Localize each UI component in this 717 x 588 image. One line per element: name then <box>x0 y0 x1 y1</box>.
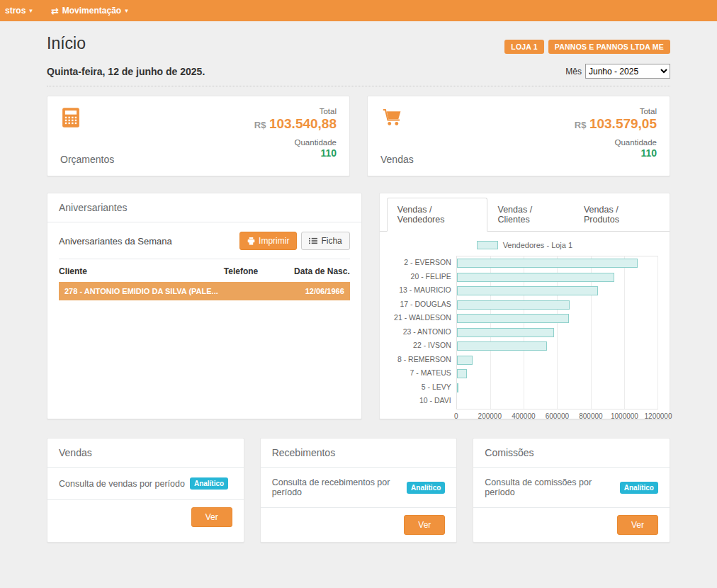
chart-category-label: 7 - MATEUS <box>391 366 456 380</box>
analitico-badge: Analítico <box>620 482 658 494</box>
report-description: Consulta de recebimentos por período <box>272 477 402 497</box>
orcamentos-total-value: 103.540,88 <box>269 116 337 131</box>
chart-category-label: 20 - FELIPE <box>391 270 456 284</box>
chart-category-label: 22 - IVSON <box>391 339 456 353</box>
ficha-label: Ficha <box>321 236 341 246</box>
exchange-icon: ⇄ <box>51 6 59 16</box>
orcamentos-title: Orçamentos <box>60 154 114 165</box>
header-badges: LOJA 1 PANNOS E PANNOS LTDA ME <box>504 40 670 54</box>
birthday-table-header: Cliente Telefone Data de Nasc. <box>59 259 350 282</box>
chart-bar <box>457 341 547 351</box>
chart-x-tick-label: 600000 <box>546 412 569 420</box>
chart-x-tick-label: 1200000 <box>645 412 672 420</box>
chart-x-tick-label: 1000000 <box>611 412 638 420</box>
chart-y-labels: 2 - EVERSON20 - FELIPE13 - MAURICIO17 - … <box>391 256 456 409</box>
currency-symbol: R$ <box>254 120 266 130</box>
chart-bar-row <box>457 367 657 381</box>
current-date: Quinta-feira, 12 de junho de 2025. <box>47 66 205 77</box>
tab-vendas-vendedores[interactable]: Vendas / Vendedores <box>387 198 487 232</box>
chart-bar-row <box>457 312 657 326</box>
quantity-label: Quantidade <box>575 138 657 147</box>
imprimir-button[interactable]: Imprimir <box>239 232 297 250</box>
sales-chart-card: Vendas / Vendedores Vendas / Clientes Ve… <box>379 193 670 419</box>
report-card-comissoes: Comissões Consulta de comissões por perí… <box>473 438 670 543</box>
company-badge[interactable]: PANNOS E PANNOS LTDA ME <box>548 40 670 54</box>
calculator-icon <box>60 107 81 128</box>
report-card-vendas: Vendas Consulta de vendas por período An… <box>47 438 244 543</box>
chart-plot <box>456 256 658 409</box>
currency-symbol: R$ <box>575 120 587 130</box>
ficha-button[interactable]: Ficha <box>301 232 349 250</box>
aniversariantes-card: Aniversariantes Aniversariantes da Seman… <box>47 193 362 419</box>
chart-category-label: 5 - LEVY <box>391 380 456 395</box>
vendas-total-value: 103.579,05 <box>589 116 657 131</box>
chart-category-label: 21 - WALDESON <box>391 311 456 325</box>
chart-bar-row <box>457 298 657 312</box>
vendas-summary-card: Vendas Total R$ 103.579,05 Quantidade 11… <box>367 96 670 176</box>
month-picker: Mês Junho - 2025 <box>565 64 670 79</box>
main-content: Início LOJA 1 PANNOS E PANNOS LTDA ME Qu… <box>47 21 670 543</box>
ver-button-comissoes[interactable]: Ver <box>617 515 658 535</box>
tab-vendas-produtos[interactable]: Vendas / Produtos <box>573 198 662 232</box>
orcamentos-quantity-value: 110 <box>254 147 337 159</box>
col-telefone: Telefone <box>224 266 279 276</box>
legend-swatch <box>477 241 498 249</box>
birthday-table-row[interactable]: 278 - ANTONIO EMIDIO DA SILVA (PALE... 1… <box>59 282 350 300</box>
chart-bar <box>457 273 614 282</box>
vendas-title: Vendas <box>380 154 414 165</box>
report-title: Comissões <box>473 439 670 468</box>
tab-vendas-clientes[interactable]: Vendas / Clientes <box>487 198 573 232</box>
nav-menu-movimentacao[interactable]: ⇄ Movimentação ▾ <box>42 0 137 21</box>
nav-menu-movimentacao-label: Movimentação <box>62 6 121 16</box>
chart-category-label: 8 - REMERSON <box>391 353 456 367</box>
chart-category-label: 2 - EVERSON <box>391 256 456 270</box>
report-description: Consulta de vendas por período <box>59 479 185 489</box>
printer-icon <box>247 237 255 245</box>
chart-bar-row <box>457 271 657 285</box>
caret-down-icon: ▾ <box>29 7 33 14</box>
chart-category-label: 13 - MAURICIO <box>391 283 456 298</box>
top-navbar: stros ▾ ⇄ Movimentação ▾ <box>0 0 717 21</box>
imprimir-label: Imprimir <box>259 236 289 246</box>
report-card-recebimentos: Recebimentos Consulta de recebimentos po… <box>260 438 458 543</box>
analitico-badge: Analítico <box>407 482 445 494</box>
birthday-nascimento: 12/06/1966 <box>273 287 344 295</box>
caret-down-icon: ▾ <box>125 7 128 14</box>
chart-bar <box>457 328 554 337</box>
chart-category-label: 10 - DAVI <box>391 394 456 408</box>
chart-gridline <box>657 256 658 409</box>
aniversariantes-subtitle: Aniversariantes da Semana <box>59 236 172 247</box>
month-select[interactable]: Junho - 2025 <box>585 64 670 79</box>
report-title: Recebimentos <box>261 439 457 468</box>
report-description: Consulta de comissões por período <box>485 477 614 497</box>
vendas-quantity-value: 110 <box>575 147 657 159</box>
nav-menu-cadastros[interactable]: stros ▾ <box>0 0 42 21</box>
aniversariantes-heading: Aniversariantes <box>47 193 361 222</box>
chart-x-axis: 020000040000060000080000010000001200000 <box>456 409 658 421</box>
chart-bar-row <box>457 339 657 354</box>
month-label: Mês <box>565 67 582 77</box>
page-title: Início <box>47 34 86 53</box>
ver-button-vendas[interactable]: Ver <box>191 507 232 527</box>
chart-category-label: 17 - DOUGLAS <box>391 298 456 312</box>
quantity-label: Quantidade <box>254 138 337 147</box>
chart-legend: Vendedores - Loja 1 <box>391 241 658 249</box>
chart-x-tick-label: 200000 <box>478 412 502 420</box>
total-label: Total <box>254 107 337 115</box>
sales-tabs: Vendas / Vendedores Vendas / Clientes Ve… <box>380 193 670 232</box>
col-data-nasc: Data de Nasc. <box>279 266 350 276</box>
store-badge[interactable]: LOJA 1 <box>504 40 544 54</box>
ver-button-recebimentos[interactable]: Ver <box>404 515 445 535</box>
report-title: Vendas <box>47 439 244 468</box>
chart-bar-row <box>457 284 657 298</box>
list-icon <box>309 237 317 244</box>
analitico-badge: Analítico <box>190 477 228 490</box>
chart-x-tick-label: 800000 <box>579 412 602 420</box>
orcamentos-card: Orçamentos Total R$ 103.540,88 Quantidad… <box>47 96 350 176</box>
chart-bar <box>457 286 598 295</box>
chart-bar-row <box>457 395 657 409</box>
chart-x-tick-label: 0 <box>454 412 458 420</box>
chart-bar <box>457 369 467 378</box>
shopping-cart-icon <box>380 107 403 127</box>
bar-chart: 2 - EVERSON20 - FELIPE13 - MAURICIO17 - … <box>391 256 658 409</box>
